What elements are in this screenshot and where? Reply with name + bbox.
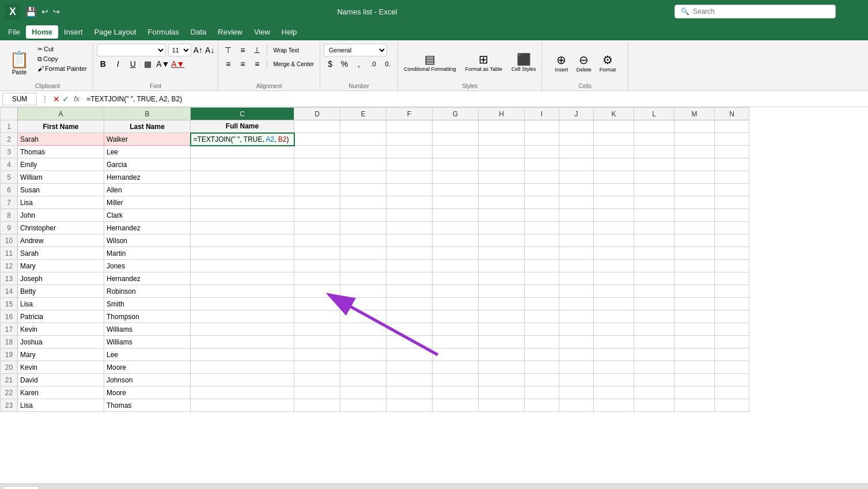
cell-G11[interactable] [433, 247, 479, 260]
row-header-16[interactable]: 16 [1, 310, 18, 323]
cell-E23[interactable] [340, 399, 386, 412]
cell-M7[interactable] [674, 196, 715, 209]
cell-C22[interactable] [191, 386, 294, 399]
cell-J4[interactable] [559, 158, 594, 171]
cell-B5[interactable]: Hernandez [104, 171, 191, 184]
paste-button[interactable]: 📋 Paste [6, 48, 33, 78]
cell-I11[interactable] [525, 247, 559, 260]
cell-B20[interactable]: Moore [104, 361, 191, 374]
cell-M17[interactable] [674, 323, 715, 336]
cell-M13[interactable] [674, 272, 715, 285]
cell-I5[interactable] [525, 171, 559, 184]
cell-F2[interactable] [386, 133, 433, 146]
align-right-button[interactable]: ≡ [251, 58, 263, 70]
cell-H19[interactable] [479, 348, 525, 361]
cell-A13[interactable]: Joseph [18, 272, 104, 285]
cell-K2[interactable] [594, 133, 634, 146]
cell-N6[interactable] [715, 184, 749, 196]
cell-K6[interactable] [594, 184, 634, 196]
col-header-K[interactable]: K [594, 108, 634, 120]
cell-E15[interactable] [340, 298, 386, 310]
cell-E2[interactable] [340, 133, 386, 146]
col-header-L[interactable]: L [634, 108, 674, 120]
col-header-B[interactable]: B [104, 108, 191, 120]
cell-B12[interactable]: Jones [104, 260, 191, 272]
cell-I16[interactable] [525, 310, 559, 323]
cell-C15[interactable] [191, 298, 294, 310]
cell-L17[interactable] [634, 323, 674, 336]
cell-B19[interactable]: Lee [104, 348, 191, 361]
cell-E19[interactable] [340, 348, 386, 361]
formula-input[interactable] [84, 94, 866, 104]
cell-E8[interactable] [340, 209, 386, 222]
cell-D4[interactable] [294, 158, 340, 171]
cell-I20[interactable] [525, 361, 559, 374]
cell-G23[interactable] [433, 399, 479, 412]
cell-J19[interactable] [559, 348, 594, 361]
align-left-button[interactable]: ≡ [222, 58, 234, 70]
cell-D18[interactable] [294, 336, 340, 348]
cell-C21[interactable] [191, 374, 294, 386]
col-header-M[interactable]: M [674, 108, 715, 120]
cell-G20[interactable] [433, 361, 479, 374]
cell-L22[interactable] [634, 386, 674, 399]
cell-K11[interactable] [594, 247, 634, 260]
cell-B4[interactable]: Garcia [104, 158, 191, 171]
cell-N4[interactable] [715, 158, 749, 171]
comma-button[interactable]: , [352, 58, 365, 70]
cell-J7[interactable] [559, 196, 594, 209]
cell-B1[interactable]: Last Name [104, 120, 191, 133]
cell-K13[interactable] [594, 272, 634, 285]
cell-B14[interactable]: Robinson [104, 285, 191, 298]
cell-H2[interactable] [479, 133, 525, 146]
cell-G9[interactable] [433, 222, 479, 234]
cell-M18[interactable] [674, 336, 715, 348]
cell-C3[interactable] [191, 146, 294, 158]
cell-I15[interactable] [525, 298, 559, 310]
menu-insert[interactable]: Insert [58, 25, 89, 39]
cell-H21[interactable] [479, 374, 525, 386]
cell-F22[interactable] [386, 386, 433, 399]
cell-B22[interactable]: Moore [104, 386, 191, 399]
menu-home[interactable]: Home [26, 25, 58, 39]
cell-N10[interactable] [715, 234, 749, 247]
col-header-C[interactable]: C [191, 108, 294, 120]
cell-B23[interactable]: Thomas [104, 399, 191, 412]
cell-A8[interactable]: John [18, 209, 104, 222]
cell-C16[interactable] [191, 310, 294, 323]
cell-M6[interactable] [674, 184, 715, 196]
cell-L10[interactable] [634, 234, 674, 247]
cell-M15[interactable] [674, 298, 715, 310]
cell-F17[interactable] [386, 323, 433, 336]
cell-N11[interactable] [715, 247, 749, 260]
cell-A22[interactable]: Karen [18, 386, 104, 399]
cell-F12[interactable] [386, 260, 433, 272]
cell-I4[interactable] [525, 158, 559, 171]
cell-reference-box[interactable] [2, 93, 37, 105]
number-format-select[interactable]: General [324, 44, 387, 56]
cell-H4[interactable] [479, 158, 525, 171]
cell-I3[interactable] [525, 146, 559, 158]
cell-B8[interactable]: Clark [104, 209, 191, 222]
cell-K20[interactable] [594, 361, 634, 374]
cell-E16[interactable] [340, 310, 386, 323]
cell-G1[interactable] [433, 120, 479, 133]
cell-A19[interactable]: Mary [18, 348, 104, 361]
row-header-6[interactable]: 6 [1, 184, 18, 196]
cell-C14[interactable] [191, 285, 294, 298]
menu-page-layout[interactable]: Page Layout [89, 25, 142, 39]
cell-N14[interactable] [715, 285, 749, 298]
cell-I21[interactable] [525, 374, 559, 386]
cell-J6[interactable] [559, 184, 594, 196]
search-input[interactable] [693, 7, 829, 16]
cell-H17[interactable] [479, 323, 525, 336]
col-header-I[interactable]: I [525, 108, 559, 120]
cell-L4[interactable] [634, 158, 674, 171]
cell-I10[interactable] [525, 234, 559, 247]
cell-F16[interactable] [386, 310, 433, 323]
row-header-17[interactable]: 17 [1, 323, 18, 336]
cell-H8[interactable] [479, 209, 525, 222]
cell-D9[interactable] [294, 222, 340, 234]
cell-D16[interactable] [294, 310, 340, 323]
col-header-G[interactable]: G [433, 108, 479, 120]
